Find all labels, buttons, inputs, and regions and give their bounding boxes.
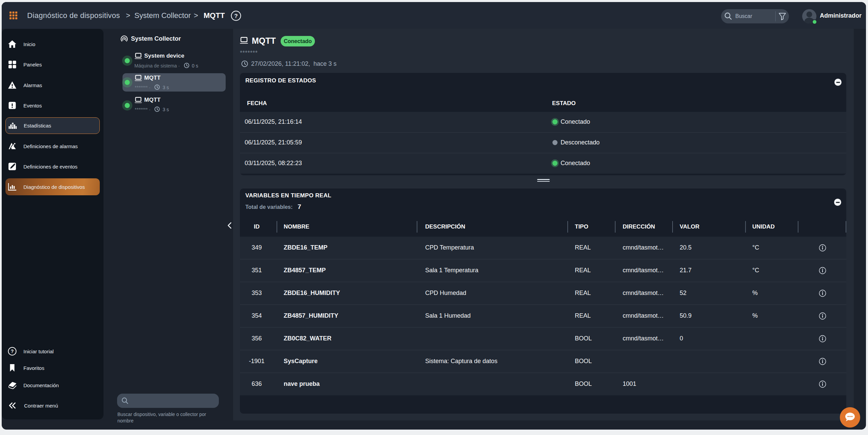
svg-text:?: ? (11, 349, 14, 354)
svg-text:?: ? (234, 13, 238, 19)
